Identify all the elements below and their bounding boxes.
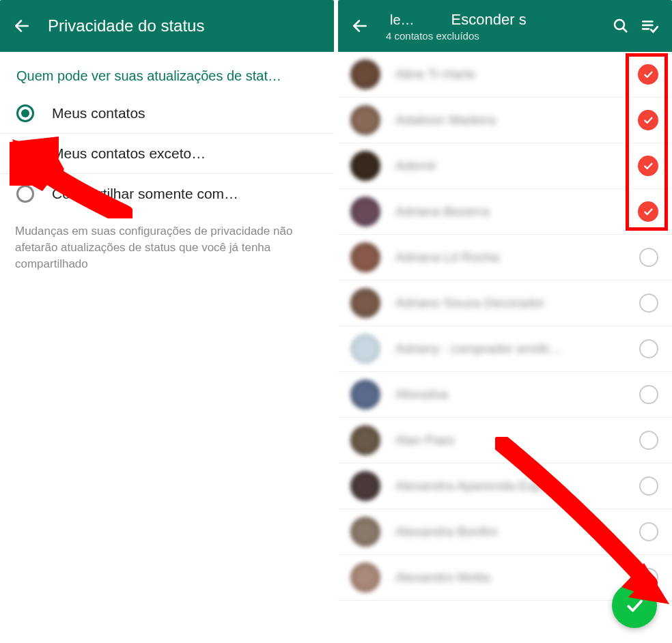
helper-text: Mudanças em suas configurações de privac… — [0, 214, 334, 281]
avatar — [350, 517, 380, 547]
contact-row[interactable]: Adailson Madeira — [338, 98, 672, 143]
checkbox-unchecked[interactable] — [639, 385, 658, 404]
contact-list: Aline Tr-HarteAdailson MadeiraAdemirAdri… — [338, 52, 672, 601]
header: Privacidade do status — [0, 0, 334, 52]
header-subtitle: 4 contatos excluídos — [386, 30, 606, 42]
radio-list: Meus contatos Meus contatos exceto… Comp… — [0, 94, 334, 214]
contact-row[interactable]: Aline Tr-Harte — [338, 52, 672, 98]
contact-row[interactable]: Adriana Ld Rocha — [338, 235, 672, 281]
contact-row[interactable]: Afonsilva — [338, 372, 672, 418]
contact-name: Adriana Bezerra — [395, 204, 638, 219]
contact-name: Alexandro Motta — [395, 570, 639, 585]
avatar — [350, 380, 380, 410]
back-arrow-icon — [13, 17, 31, 35]
checkbox-unchecked[interactable] — [639, 248, 658, 267]
contact-name: Alan Paes — [395, 433, 639, 448]
back-button[interactable] — [346, 12, 374, 40]
avatar — [350, 59, 380, 89]
contact-row[interactable]: Adriano Souza Decorador — [338, 281, 672, 326]
check-icon — [643, 69, 654, 80]
radio-option-except[interactable]: Meus contatos exceto… — [0, 134, 334, 174]
section-title: Quem pode ver suas atualizações de stat… — [0, 52, 334, 94]
contact-name: Alexandra Bonfim — [395, 524, 639, 539]
contact-name: Afonsilva — [395, 387, 639, 402]
avatar — [350, 197, 380, 227]
search-icon — [613, 18, 629, 34]
header-left-trunc: le… — [390, 12, 415, 28]
radio-option-only[interactable]: Compartilhar somente com… — [0, 174, 334, 214]
checkbox-unchecked[interactable] — [639, 294, 658, 313]
checkbox-unchecked[interactable] — [639, 339, 658, 358]
back-button[interactable] — [8, 12, 36, 40]
contact-name: Adriano Souza Decorador — [395, 296, 639, 311]
screen-hide-contacts: le… Esconder s 4 contatos excluídos Alin… — [338, 0, 672, 643]
avatar — [350, 471, 380, 501]
avatar — [350, 242, 380, 272]
checkbox-unchecked[interactable] — [639, 522, 658, 541]
contact-name: Adriany - comprador emób… — [395, 341, 639, 356]
avatar — [350, 334, 380, 364]
back-arrow-icon — [351, 17, 369, 35]
header: le… Esconder s 4 contatos excluídos — [338, 0, 672, 52]
radio-label: Meus contatos — [52, 105, 145, 122]
contact-row[interactable]: Adriany - comprador emób… — [338, 326, 672, 372]
avatar — [350, 425, 380, 455]
checkbox-checked[interactable] — [638, 156, 658, 176]
avatar — [350, 562, 380, 592]
select-all-button[interactable] — [635, 12, 664, 40]
radio-icon — [16, 145, 34, 162]
search-button[interactable] — [606, 12, 635, 40]
check-icon — [643, 115, 654, 126]
radio-label: Meus contatos exceto… — [52, 145, 206, 162]
screen-status-privacy: Privacidade do status Quem pode ver suas… — [0, 0, 334, 643]
svg-point-10 — [615, 20, 624, 29]
contact-name: Adriana Ld Rocha — [395, 250, 639, 265]
contact-row[interactable]: Alexandra Bonfim — [338, 509, 672, 555]
contact-name: Adailson Madeira — [395, 113, 638, 128]
avatar — [350, 105, 380, 135]
header-title-block: le… Esconder s 4 contatos excluídos — [386, 11, 606, 42]
checkbox-checked[interactable] — [638, 201, 658, 222]
check-icon — [643, 206, 654, 217]
checkbox-unchecked[interactable] — [639, 431, 658, 450]
radio-label: Compartilhar somente com… — [52, 186, 238, 202]
page-title: Esconder s — [451, 11, 527, 29]
contact-name: Alexandra Aparecida Espen… — [395, 478, 639, 494]
radio-icon — [16, 104, 34, 122]
avatar — [350, 151, 380, 181]
check-icon — [624, 595, 645, 616]
avatar — [350, 288, 380, 318]
checkbox-unchecked[interactable] — [639, 476, 658, 496]
contact-name: Aline Tr-Harte — [395, 67, 638, 82]
checkbox-checked[interactable] — [638, 64, 658, 85]
contact-row[interactable]: Alan Paes — [338, 418, 672, 463]
contact-row[interactable]: Adriana Bezerra — [338, 189, 672, 235]
contact-name: Ademir — [395, 158, 638, 173]
contact-row[interactable]: Alexandra Aparecida Espen… — [338, 463, 672, 509]
page-title: Privacidade do status — [48, 16, 326, 35]
contact-row[interactable]: Ademir — [338, 143, 672, 189]
radio-icon — [16, 185, 34, 203]
check-icon — [643, 160, 654, 171]
select-all-icon — [641, 17, 658, 35]
svg-line-11 — [623, 28, 627, 32]
checkbox-checked[interactable] — [638, 110, 658, 130]
radio-option-my-contacts[interactable]: Meus contatos — [0, 94, 334, 134]
confirm-fab[interactable] — [612, 583, 657, 628]
